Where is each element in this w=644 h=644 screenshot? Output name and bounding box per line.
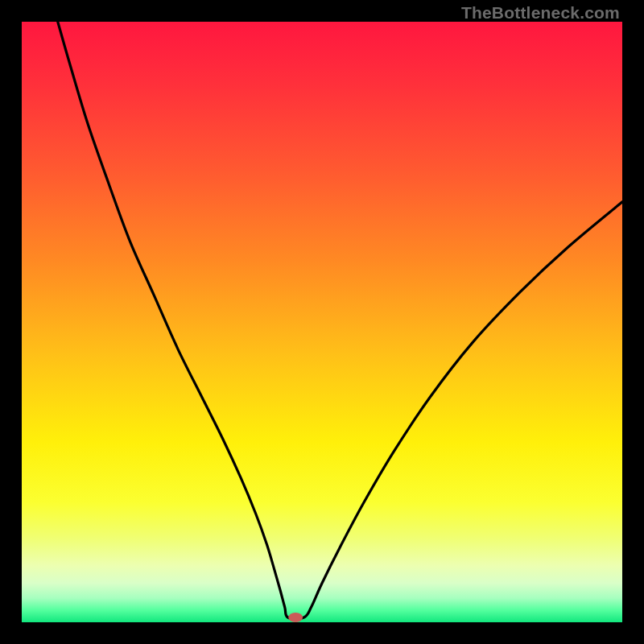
outer-frame: TheBottleneck.com (0, 0, 644, 644)
plot-area (22, 22, 622, 622)
watermark-text: TheBottleneck.com (461, 3, 620, 23)
marker-dot (288, 613, 303, 622)
gradient-background (22, 22, 622, 622)
chart-canvas (22, 22, 622, 622)
